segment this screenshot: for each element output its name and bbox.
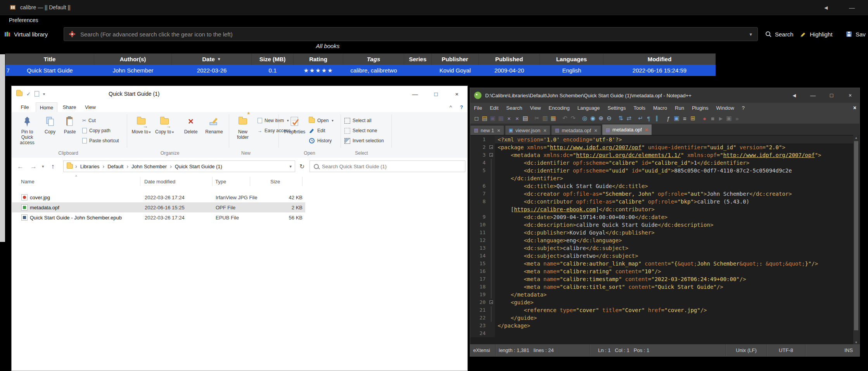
npp-maximize-button[interactable]: □ (822, 88, 841, 103)
virtual-library-button[interactable]: Virtual library (4, 26, 48, 43)
sync-vertical-scroll-icon[interactable]: ⇅ (617, 114, 625, 123)
menu-item-file[interactable]: File (470, 105, 486, 111)
tab-home[interactable]: Home (36, 102, 57, 112)
column-header-series[interactable]: Series (404, 53, 432, 65)
move-to-button[interactable]: → Move to▾ (130, 114, 152, 135)
column-header-authors[interactable]: Author(s) (94, 53, 172, 65)
run-macro-multiple-icon[interactable]: » (733, 114, 741, 123)
tab-close-icon[interactable]: × (594, 128, 597, 133)
paste-button[interactable]: Paste (61, 114, 79, 135)
column-header-modified[interactable]: Modified (603, 53, 716, 65)
menu-item-macro[interactable]: Macro (649, 105, 671, 111)
undo-icon[interactable]: ↶ (561, 114, 569, 123)
refresh-icon[interactable]: ↻ (299, 160, 304, 172)
save-search-button[interactable]: Sav (846, 26, 866, 43)
tab-close-icon[interactable]: × (645, 127, 648, 133)
properties-button[interactable]: Properties (283, 114, 306, 135)
indent-guide-icon[interactable]: ∥ (653, 114, 661, 123)
help-icon[interactable]: ? (457, 102, 466, 112)
preferences-menu[interactable]: Preferences (9, 17, 38, 23)
save-icon[interactable]: ▣ (489, 114, 497, 123)
fold-marker-icon[interactable] (489, 145, 493, 149)
close-all-icon[interactable]: × (513, 114, 521, 123)
recent-locations-icon[interactable]: ▾ (42, 158, 44, 175)
tab-file[interactable]: File (16, 102, 34, 112)
column-date-modified[interactable]: Date modified (144, 175, 175, 188)
crumb-john-schember[interactable]: John Schember (131, 164, 167, 169)
column-header-publisher[interactable]: Publisher (432, 53, 479, 65)
breadcrumb[interactable]: › Libraries › Default › John Schember › … (63, 160, 295, 172)
copy-path-button[interactable]: Copy path (82, 126, 111, 135)
edit-button[interactable]: Edit (309, 126, 325, 135)
document-list-icon[interactable]: ≡ (681, 114, 689, 123)
menu-item-view[interactable]: View (526, 105, 545, 111)
menu-item-language[interactable]: Language (574, 105, 604, 111)
menu-item-edit[interactable]: Edit (486, 105, 502, 111)
tab-close-icon[interactable]: × (497, 128, 500, 133)
fold-marker-icon[interactable] (489, 153, 493, 157)
crumb-libraries[interactable]: Libraries (80, 164, 100, 169)
column-header-published[interactable]: Published (479, 53, 540, 65)
copy-button[interactable]: Copy (41, 114, 59, 135)
editor-tab[interactable]: ▤metadata.opf× (602, 124, 652, 135)
menu-item-search[interactable]: Search (502, 105, 526, 111)
column-header-size[interactable]: Size (MB) (252, 53, 294, 65)
menu-item-plugins[interactable]: Plugins (688, 105, 712, 111)
stop-macro-icon[interactable]: ■ (709, 114, 717, 123)
fold-marker-icon[interactable] (489, 300, 493, 304)
search-button[interactable]: Search (765, 26, 794, 43)
sync-horizontal-scroll-icon[interactable]: ⇄ (625, 114, 633, 123)
editor-scrollbar[interactable]: ▲ ▼ (853, 135, 859, 345)
book-row-selected[interactable]: 7 Quick Start Guide John Schember 2022-0… (5, 65, 716, 76)
column-header-languages[interactable]: Languages (540, 53, 603, 65)
save-macro-icon[interactable]: ▣ (725, 114, 733, 123)
explorer-close-button[interactable]: × (446, 86, 467, 102)
cut-button[interactable]: ✂ Cut (82, 116, 96, 125)
address-dropdown-icon[interactable]: ▾ (289, 164, 292, 169)
find-icon[interactable]: ◎ (581, 114, 589, 123)
explorer-maximize-button[interactable]: □ (425, 86, 446, 102)
npp-code-area[interactable]: 1<?xml version='1.0' encoding='utf-8'?>2… (470, 135, 859, 346)
open-button[interactable]: Open ▾ (309, 116, 334, 125)
tab-close-icon[interactable]: × (543, 128, 546, 133)
redo-icon[interactable]: ↷ (569, 114, 577, 123)
word-wrap-icon[interactable]: ↵ (636, 114, 645, 123)
zoom-in-icon[interactable]: ⊕ (597, 114, 605, 123)
column-header-title[interactable]: Title (5, 53, 94, 65)
search-dropdown-icon[interactable]: ▾ (749, 31, 752, 37)
record-macro-icon[interactable]: ● (700, 114, 709, 123)
column-size[interactable]: Size (270, 175, 280, 188)
column-header-rating[interactable]: Rating (294, 53, 343, 65)
editor-tab[interactable]: ▤metadata.opf× (551, 125, 601, 135)
new-file-icon[interactable]: □ (472, 114, 481, 123)
qat-new-folder-icon[interactable] (35, 91, 39, 97)
file-row-metadata-opf[interactable]: metadata.opf 2022-06-16 15:25 OPF File 2… (12, 202, 305, 212)
paste-icon[interactable]: ▦ (549, 114, 557, 123)
cut-icon[interactable]: ✂ (533, 114, 541, 123)
play-macro-icon[interactable]: ► (717, 114, 725, 123)
qat-properties-icon[interactable]: ✓ (26, 91, 31, 97)
highlight-button[interactable]: Highlight (800, 26, 832, 43)
column-type[interactable]: Type (215, 175, 226, 188)
up-icon[interactable]: ↑ (51, 158, 55, 175)
menu-item-settings[interactable]: Settings (604, 105, 630, 111)
delete-button[interactable]: × Delete (181, 114, 201, 135)
function-list-icon[interactable]: ƒ (664, 114, 673, 123)
explorer-minimize-button[interactable]: — (405, 86, 425, 102)
explorer-search-input[interactable]: Search Quick Start Guide (1) (310, 160, 465, 172)
tab-share[interactable]: Share (59, 102, 80, 112)
select-all-button[interactable]: Select all (344, 116, 372, 125)
npp-arrow-icon[interactable]: ◄ (785, 88, 804, 103)
save-all-icon[interactable]: ▦ (497, 114, 505, 123)
history-button[interactable]: History (309, 136, 332, 145)
editor-tab[interactable]: ▤new 1× (470, 125, 504, 135)
file-row-cover-jpg[interactable]: cover.jpg 2022-03-26 17:24 IrfanView JPG… (12, 192, 305, 202)
menu-item-encoding[interactable]: Encoding (545, 105, 574, 111)
window-arrow-icon[interactable]: ◄ (823, 4, 829, 11)
column-header-date[interactable]: Date▼ (172, 53, 252, 65)
menu-close-icon[interactable]: × (853, 105, 856, 111)
crumb-default[interactable]: Default (107, 164, 123, 169)
paste-shortcut-button[interactable]: Paste shortcut (82, 136, 119, 145)
npp-close-button[interactable]: × (841, 88, 859, 103)
forward-icon[interactable]: → (30, 158, 37, 175)
